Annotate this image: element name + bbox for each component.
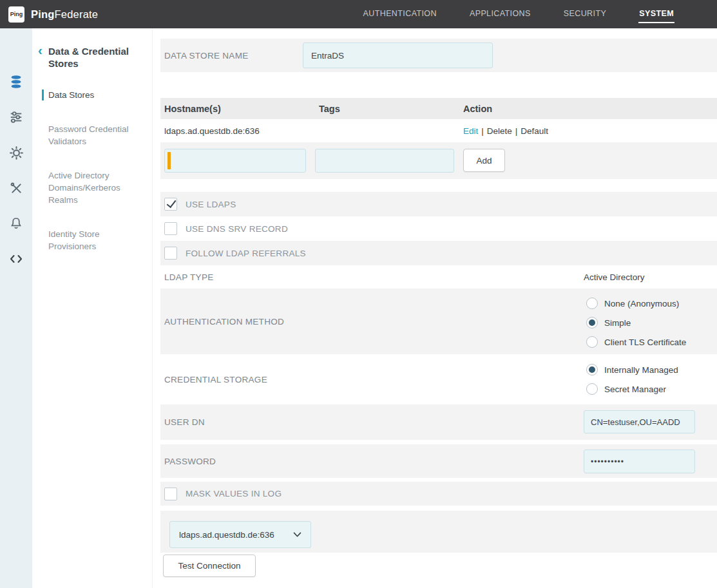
topbar: Ping PingFederate AUTHENTICATION APPLICA… xyxy=(0,0,717,28)
back-chevron-icon[interactable]: ‹ xyxy=(38,44,43,57)
sliders-icon[interactable] xyxy=(0,106,32,129)
option-secret-manager-label: Secret Manager xyxy=(604,384,666,394)
app-title-bold: Ping xyxy=(31,8,55,20)
ping-logo-icon[interactable]: Ping xyxy=(8,6,24,23)
option-simple-label: Simple xyxy=(604,318,631,328)
mask-values-label: MASK VALUES IN LOG xyxy=(186,489,282,498)
sidebar-item-data-stores[interactable]: Data Stores xyxy=(32,89,152,101)
authentication-method-options: None (Anonymous) Simple Client TLS Certi… xyxy=(586,294,686,352)
action-separator: | xyxy=(481,126,484,136)
table-row: ldaps.ad.questdb.de:636 Edit|Delete|Defa… xyxy=(160,119,717,142)
new-hostname-field-wrap xyxy=(164,149,306,173)
ldap-type-value: Active Directory xyxy=(584,272,645,282)
sidebar: ‹ Data & Credential Stores Data Stores P… xyxy=(32,28,153,588)
add-button[interactable]: Add xyxy=(463,149,505,172)
password-input[interactable] xyxy=(584,450,695,473)
data-store-name-row: DATA STORE NAME xyxy=(160,39,717,72)
icon-rail xyxy=(0,28,32,588)
use-dns-srv-checkbox[interactable] xyxy=(164,222,177,235)
top-navigation: AUTHENTICATION APPLICATIONS SECURITY SYS… xyxy=(363,6,675,23)
follow-ldap-referrals-label: FOLLOW LDAP REFERRALS xyxy=(186,249,306,258)
authentication-method-label: AUTHENTICATION METHOD xyxy=(164,317,284,327)
connection-select[interactable]: ldaps.ad.questdb.de:636 xyxy=(169,521,311,548)
actions-cell: Edit|Delete|Default xyxy=(463,126,548,136)
sidebar-item-password-credential-validators[interactable]: Password Credential Validators xyxy=(32,123,152,147)
test-connection-button[interactable]: Test Connection xyxy=(163,555,256,577)
radio-none-anonymous[interactable] xyxy=(586,298,598,309)
use-ldaps-label: USE LDAPS xyxy=(186,200,236,209)
option-none-anonymous-label: None (Anonymous) xyxy=(604,299,679,308)
radio-client-tls[interactable] xyxy=(586,336,598,348)
app-title: PingFederate xyxy=(31,8,98,21)
add-host-row: Add xyxy=(160,142,717,179)
new-tags-input[interactable] xyxy=(315,149,454,173)
tags-column-header: Tags xyxy=(319,104,340,114)
option-client-tls: Client TLS Certificate xyxy=(586,332,686,352)
sidebar-item-identity-store-provisioners[interactable]: Identity Store Provisioners xyxy=(32,228,152,252)
password-label: PASSWORD xyxy=(164,457,216,466)
option-client-tls-label: Client TLS Certificate xyxy=(604,337,686,347)
ldap-type-row: LDAP TYPE Active Directory xyxy=(160,265,717,289)
credential-storage-options: Internally Managed Secret Manager xyxy=(586,360,678,399)
app-title-regular: Federate xyxy=(55,8,99,20)
ping-logo-text: Ping xyxy=(10,11,23,17)
sidebar-nav: Data Stores Password Credential Validato… xyxy=(32,89,152,252)
hostname-cell: ldaps.ad.questdb.de:636 xyxy=(164,126,260,136)
user-dn-input[interactable] xyxy=(584,410,695,433)
user-dn-row: USER DN xyxy=(160,404,717,440)
credential-storage-row: CREDENTIAL STORAGE Internally Managed Se… xyxy=(160,354,717,404)
ldap-type-label: LDAP TYPE xyxy=(164,272,214,282)
sidebar-title: Data & Credential Stores xyxy=(48,45,140,70)
sidebar-header: ‹ Data & Credential Stores xyxy=(32,28,152,70)
default-link[interactable]: Default xyxy=(521,126,548,136)
nav-security[interactable]: SECURITY xyxy=(563,6,607,23)
delete-link[interactable]: Delete xyxy=(487,126,512,136)
option-internally-managed-label: Internally Managed xyxy=(604,365,678,375)
new-hostname-input[interactable] xyxy=(164,149,306,173)
main-content: DATA STORE NAME Hostname(s) Tags Action … xyxy=(153,28,717,588)
credential-storage-label: CREDENTIAL STORAGE xyxy=(164,375,267,384)
hosts-table-header: Hostname(s) Tags Action xyxy=(160,98,717,119)
connection-select-value: ldaps.ad.questdb.de:636 xyxy=(179,530,274,540)
use-dns-srv-row: USE DNS SRV RECORD xyxy=(160,216,717,241)
password-row: PASSWORD xyxy=(160,444,717,478)
mask-values-checkbox[interactable] xyxy=(164,488,177,500)
text-cursor-caret xyxy=(167,152,171,169)
sidebar-item-active-directory-domains[interactable]: Active Directory Domains/Kerberos Realms xyxy=(32,169,152,206)
radio-secret-manager[interactable] xyxy=(586,383,598,395)
option-secret-manager: Secret Manager xyxy=(586,379,678,399)
hostname-column-header: Hostname(s) xyxy=(164,104,221,114)
data-stores-icon[interactable] xyxy=(0,70,32,93)
tools-icon[interactable] xyxy=(0,176,32,200)
radio-internally-managed[interactable] xyxy=(586,364,598,375)
option-internally-managed: Internally Managed xyxy=(586,360,678,379)
edit-link[interactable]: Edit xyxy=(463,126,478,136)
mask-values-row: MASK VALUES IN LOG xyxy=(160,482,717,506)
connection-select-row: ldaps.ad.questdb.de:636 xyxy=(160,511,717,553)
follow-ldap-referrals-row: FOLLOW LDAP REFERRALS xyxy=(160,241,717,265)
data-store-name-input[interactable] xyxy=(303,43,493,68)
bell-icon[interactable] xyxy=(0,212,32,235)
data-store-name-label: DATA STORE NAME xyxy=(164,51,249,61)
follow-ldap-referrals-checkbox[interactable] xyxy=(164,247,177,260)
nav-authentication[interactable]: AUTHENTICATION xyxy=(363,6,437,23)
code-icon[interactable] xyxy=(0,247,32,270)
chevron-down-icon xyxy=(293,532,301,538)
use-ldaps-checkbox[interactable] xyxy=(164,198,177,211)
action-column-header: Action xyxy=(463,104,492,114)
authentication-method-row: AUTHENTICATION METHOD None (Anonymous) S… xyxy=(160,289,717,354)
option-simple: Simple xyxy=(586,313,686,332)
nav-system[interactable]: SYSTEM xyxy=(638,6,674,23)
gear-icon[interactable] xyxy=(0,141,32,164)
use-dns-srv-label: USE DNS SRV RECORD xyxy=(186,224,288,234)
use-ldaps-row: USE LDAPS xyxy=(160,192,717,216)
action-separator: | xyxy=(515,126,518,136)
radio-simple[interactable] xyxy=(586,317,598,328)
user-dn-label: USER DN xyxy=(164,417,205,427)
nav-applications[interactable]: APPLICATIONS xyxy=(469,6,531,23)
option-none-anonymous: None (Anonymous) xyxy=(586,294,686,313)
